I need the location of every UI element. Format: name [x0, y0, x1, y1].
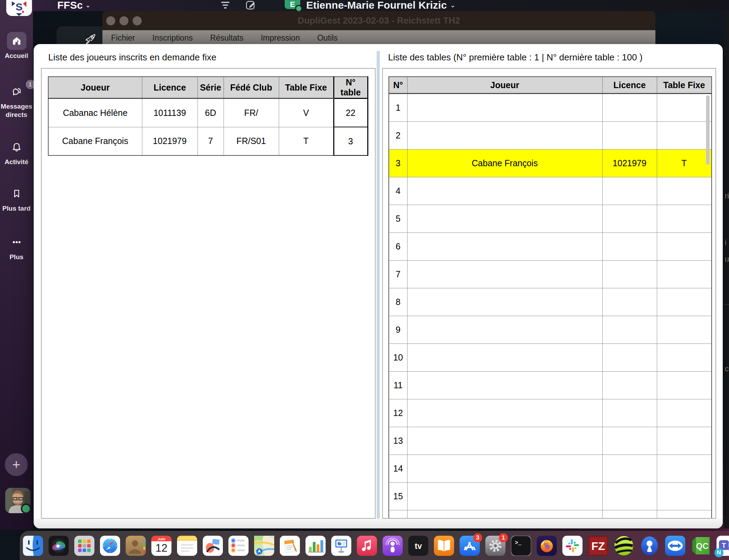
table-row[interactable]: Cabanac Hélène10111396DFR/V22 — [48, 99, 368, 127]
dock-icon-maps[interactable] — [254, 536, 274, 556]
dock-icon-numbers[interactable] — [305, 536, 326, 556]
sidebar-item-plus-tard[interactable]: Plus tard — [0, 185, 33, 213]
dock-icon-launchpad[interactable] — [74, 536, 94, 556]
dock-icon-slack[interactable] — [562, 536, 583, 556]
conversation-title[interactable]: Etienne-Marie Fournel Krizic ⌄ — [306, 0, 455, 10]
menu-outils[interactable]: Outils — [317, 33, 338, 43]
table-cell: 2 — [389, 122, 407, 150]
notification-badge: 1 — [499, 533, 508, 542]
panel-splitter[interactable] — [377, 51, 380, 519]
dock-icon-appstore[interactable]: 3 — [460, 536, 480, 556]
table-cell — [657, 483, 712, 510]
workspace-switcher[interactable]: FFSc ⌄ — [57, 0, 91, 10]
table-row[interactable]: 1 — [389, 94, 712, 122]
table-row[interactable]: 13 — [389, 427, 712, 455]
table-row[interactable]: 15 — [389, 483, 712, 510]
column-header: Joueur — [407, 77, 602, 94]
table-row[interactable]: 7 — [389, 261, 712, 288]
tables-table[interactable]: N°JoueurLicenceTable Fixe 123Cabane Fran… — [388, 76, 712, 519]
table-cell — [602, 233, 657, 261]
table-cell: 6 — [389, 233, 407, 261]
table-row[interactable]: 6 — [389, 233, 712, 261]
table-cell: 1021979 — [142, 127, 198, 155]
titlebar[interactable]: DupliGest 2023-02-03 - Reichstett TH2 — [102, 11, 655, 30]
menu-resultats[interactable]: Résultats — [210, 33, 243, 43]
column-header: Série — [198, 77, 224, 99]
table-row[interactable]: 8 — [389, 288, 712, 316]
table-cell: 3 — [389, 150, 407, 177]
sidebar-item-plus[interactable]: Plus — [0, 233, 33, 261]
dock-icon-firefox[interactable] — [537, 536, 557, 556]
table-cell — [602, 510, 657, 519]
menu-impression[interactable]: Impression — [261, 33, 300, 43]
scrollbar-thumb[interactable] — [706, 95, 710, 165]
workspace-logo[interactable]: S — [6, 0, 32, 16]
dock-icon-calendar[interactable]: JUIN12 — [151, 536, 171, 556]
add-workspace-button[interactable]: + — [5, 453, 28, 476]
dock-icon-siri[interactable] — [49, 536, 69, 556]
dock-icon-scrabble-app[interactable] — [614, 536, 634, 556]
sidebar-item-messages-directs[interactable]: 1 Messages directs — [0, 83, 33, 119]
column-header: N° — [389, 77, 407, 94]
filter-icon[interactable] — [220, 1, 232, 10]
table-row[interactable]: 3Cabane François1021979T — [389, 150, 712, 177]
close-button[interactable] — [106, 16, 115, 25]
dock-icon-keynote[interactable] — [331, 536, 351, 556]
dock-icon-qc-app[interactable]: QC — [691, 536, 711, 556]
table-row[interactable]: 16 — [389, 510, 712, 519]
dock-icon-freeform[interactable] — [203, 536, 223, 556]
tables-panel: N°JoueurLicenceTable Fixe 123Cabane Fran… — [382, 68, 716, 519]
dock-icon-pages[interactable] — [280, 536, 300, 556]
table-row[interactable]: 2 — [389, 122, 712, 150]
dock-icon-settings[interactable]: 1 — [485, 536, 505, 556]
bookmark-icon — [7, 185, 26, 203]
dock-icon-teamviewer[interactable] — [665, 536, 685, 556]
user-avatar[interactable] — [5, 488, 31, 513]
table-row[interactable]: 14 — [389, 455, 712, 483]
sidebar-item-activite[interactable]: Activité — [0, 138, 33, 166]
table-cell: 6D — [198, 99, 224, 127]
menu-inscriptions[interactable]: Inscriptions — [152, 33, 193, 43]
table-cell — [602, 455, 657, 483]
table-cell — [657, 205, 712, 233]
dock-icon-books[interactable] — [434, 536, 454, 556]
sidebar-item-accueil[interactable]: Accueil — [0, 32, 33, 60]
minimize-button[interactable] — [119, 16, 128, 25]
table-cell — [407, 177, 602, 205]
compose-icon[interactable] — [245, 1, 257, 10]
table-row[interactable]: 11 — [389, 372, 712, 399]
table-cell: Cabane François — [407, 150, 602, 177]
table-cell: T — [279, 127, 334, 155]
table-cell: 1021979 — [602, 150, 657, 177]
dock-icon-contacts[interactable] — [126, 536, 146, 556]
table-cell — [657, 122, 712, 150]
table-row[interactable]: Cabane François10219797FR/S01T3 — [48, 127, 368, 155]
table-row[interactable]: 5 — [389, 205, 712, 233]
zoom-button[interactable] — [133, 16, 142, 25]
table-row[interactable]: 10 — [389, 344, 712, 372]
notification-badge: N — [714, 548, 723, 557]
dock-icon-safari[interactable] — [100, 536, 120, 556]
table-row[interactable]: 4 — [389, 177, 712, 205]
table-cell: 13 — [389, 427, 407, 455]
dock-icon-tv[interactable]: tv — [408, 536, 428, 556]
divider — [724, 304, 729, 305]
table-cell — [407, 455, 602, 483]
dock-icon-keyhole-app[interactable] — [639, 536, 660, 556]
table-row[interactable]: 12 — [389, 399, 712, 427]
table-cell — [407, 427, 602, 455]
dock-icon-terminal[interactable]: >_ — [511, 536, 531, 556]
dock-icon-podcasts[interactable] — [383, 536, 403, 556]
right-panel-heading: Liste des tables (N° première table : 1 … — [388, 52, 643, 63]
players-table[interactable]: JoueurLicenceSérieFédé ClubTable FixeN° … — [48, 76, 368, 156]
table-row[interactable]: 9 — [389, 316, 712, 344]
dock-icon-teams[interactable]: TN — [717, 536, 729, 556]
dock-icon-filezilla[interactable]: FZ — [588, 536, 608, 556]
dock-icon-reminders[interactable] — [228, 536, 249, 556]
dock-icon-notes[interactable] — [177, 536, 197, 556]
menu-fichier[interactable]: Fichier — [111, 33, 135, 43]
dock-icon-finder[interactable] — [23, 536, 43, 556]
table-cell: 9 — [389, 316, 407, 344]
table-cell — [657, 455, 712, 483]
dock-icon-music[interactable] — [357, 536, 377, 556]
